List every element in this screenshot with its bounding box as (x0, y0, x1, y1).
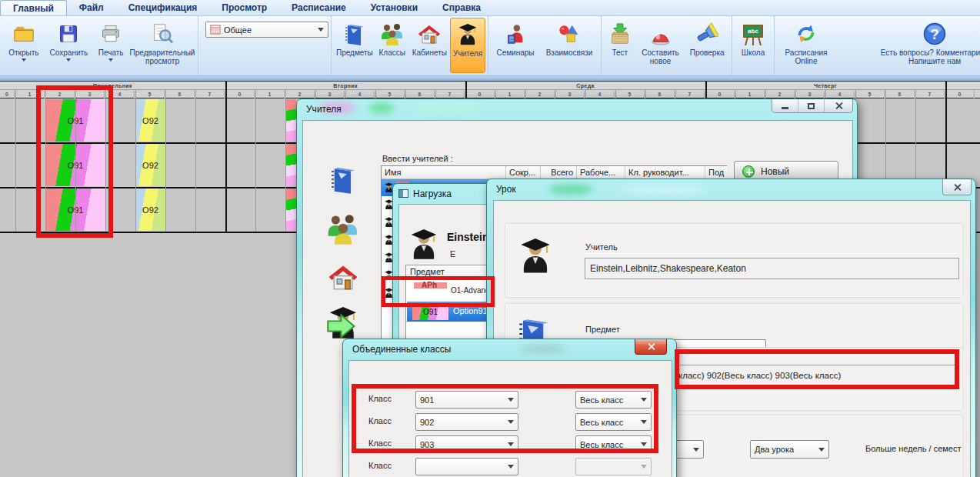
classes-button[interactable]: Классы (375, 18, 409, 73)
period-number: 0 (945, 91, 975, 98)
save-button[interactable]: Сохранить (45, 18, 93, 73)
period-number: 1 (495, 91, 525, 98)
view-mode-combo[interactable]: Общее (205, 22, 328, 38)
window-title[interactable]: Нагрузка (413, 188, 452, 199)
teachers-nav-icon[interactable] (323, 304, 363, 342)
lesson-cell-o92[interactable]: O92 (135, 188, 165, 231)
plus-icon (742, 165, 755, 178)
period-number: 0 (465, 91, 495, 98)
period-number: 2 (525, 91, 555, 98)
column-header-total[interactable]: Всего (541, 166, 577, 179)
grid-column-line (195, 90, 196, 232)
subjects-button[interactable]: Предметы (334, 18, 375, 73)
open-button[interactable]: Открыть (2, 18, 45, 73)
tab-specification[interactable]: Спецификация (116, 0, 210, 15)
period-number: 3 (315, 91, 345, 98)
chalkboard-icon: abc (741, 19, 765, 48)
check-button[interactable]: Проверка (685, 18, 729, 73)
tab-file[interactable]: Файл (67, 0, 116, 15)
print-button[interactable]: Печать (92, 18, 129, 73)
glass-tint (412, 103, 482, 112)
seminar-person-icon (504, 19, 527, 48)
period-number: 6 (405, 91, 435, 98)
subjects-nav-icon[interactable] (323, 164, 363, 195)
generate-new-button[interactable]: Составить новое (636, 18, 685, 73)
class-combo-4[interactable] (415, 458, 518, 475)
menu-tab-bar: Главный Файл Спецификация Просмотр Распи… (0, 0, 980, 16)
schedules-online-button[interactable]: Расписания Online (777, 18, 835, 73)
rooms-button[interactable]: Кабинеты (409, 18, 450, 73)
period-number: 6 (645, 91, 675, 98)
svg-text:abc: abc (748, 28, 758, 35)
lesson-count-combo[interactable]: Два урока (750, 440, 829, 459)
annotation-box-classes-field (675, 349, 959, 389)
minimize-button[interactable] (772, 99, 798, 112)
column-header-prep[interactable]: Под (705, 166, 727, 179)
column-header-classteacher[interactable]: Кл. руководит... (625, 166, 705, 179)
test-button[interactable]: Тест (604, 18, 636, 73)
floppy-icon (58, 19, 79, 48)
close-icon (647, 342, 655, 351)
column-header-name[interactable]: Имя (382, 166, 506, 179)
period-number: 5 (855, 91, 885, 98)
questions-button[interactable]: ? Есть вопросы? Комментарии? Напишите на… (866, 18, 980, 73)
window-title[interactable]: Объединенные классы (352, 344, 451, 355)
tab-view[interactable]: Просмотр (209, 0, 279, 15)
open-folder-icon (12, 19, 35, 48)
chevron-down-icon (693, 448, 699, 452)
grid-column-line (165, 90, 166, 232)
tab-help[interactable]: Справка (430, 0, 493, 15)
period-number: 3 (555, 91, 585, 98)
rooms-nav-icon[interactable] (324, 261, 362, 293)
close-button[interactable] (942, 179, 972, 195)
minimize-icon (782, 107, 788, 109)
period-number: 6 (885, 91, 915, 98)
tab-main[interactable]: Главный (0, 0, 67, 15)
chevron-down-icon (818, 448, 825, 452)
column-header-short[interactable]: Сокр... (506, 166, 541, 179)
teacher-name: Einstein (447, 231, 488, 243)
subject-column-header[interactable]: Предмет (410, 267, 445, 276)
day-header: Вторник (225, 82, 465, 90)
school-button[interactable]: abc Школа (735, 18, 772, 73)
close-button[interactable] (635, 339, 667, 355)
subject-label: Предмет (585, 325, 620, 334)
relations-button[interactable]: Взаимосвязи (540, 18, 598, 73)
seminars-button[interactable]: Семинары (491, 18, 540, 73)
more-weeks-label[interactable]: Больше недель / семест (865, 444, 962, 453)
teacher-short: Е (450, 249, 455, 259)
period-number: 7 (915, 91, 945, 98)
period-number: 0 (225, 91, 255, 98)
group-generate: Тест Составить новое Проверка (602, 16, 732, 75)
tab-schedule[interactable]: Расписание (279, 0, 358, 15)
siren-icon (649, 19, 672, 48)
glass-tint (520, 345, 566, 353)
teacher-label: Учитель (585, 242, 618, 252)
lesson-cell-partial[interactable] (285, 99, 296, 142)
window-title[interactable]: Урок (496, 184, 516, 195)
close-button[interactable] (825, 99, 852, 112)
lesson-cell-partial[interactable] (285, 188, 296, 231)
lesson-cell-partial[interactable] (285, 144, 296, 186)
close-icon (953, 183, 962, 192)
people-icon (380, 19, 405, 48)
period-number: 2 (765, 91, 795, 98)
chevron-down-icon (22, 58, 26, 62)
grid-column-line (135, 90, 136, 232)
tab-settings[interactable]: Установки (358, 0, 430, 15)
group-online: Расписания Online ? Есть вопросы? Коммен… (775, 16, 980, 75)
lesson-cell-o92[interactable]: O92 (135, 99, 165, 142)
classes-nav-icon[interactable] (323, 212, 363, 245)
teachers-button[interactable]: Учителя (450, 18, 485, 73)
lesson-cell-o92[interactable]: O92 (135, 144, 165, 186)
period-number: 7 (675, 91, 705, 98)
glass-tint (369, 103, 394, 113)
annotation-box-timetable (36, 85, 113, 238)
period-number: 5 (375, 91, 405, 98)
column-header-worktime[interactable]: Рабоче... (577, 166, 625, 179)
flashlight-icon (695, 19, 718, 48)
window-title[interactable]: Учителя (306, 104, 342, 115)
teacher-value-field[interactable]: Einstein,Leibnitz,Shakespeare,Keaton (585, 258, 959, 279)
maximize-button[interactable] (798, 99, 825, 112)
print-preview-button[interactable]: Предварительный просмотр (129, 18, 195, 73)
